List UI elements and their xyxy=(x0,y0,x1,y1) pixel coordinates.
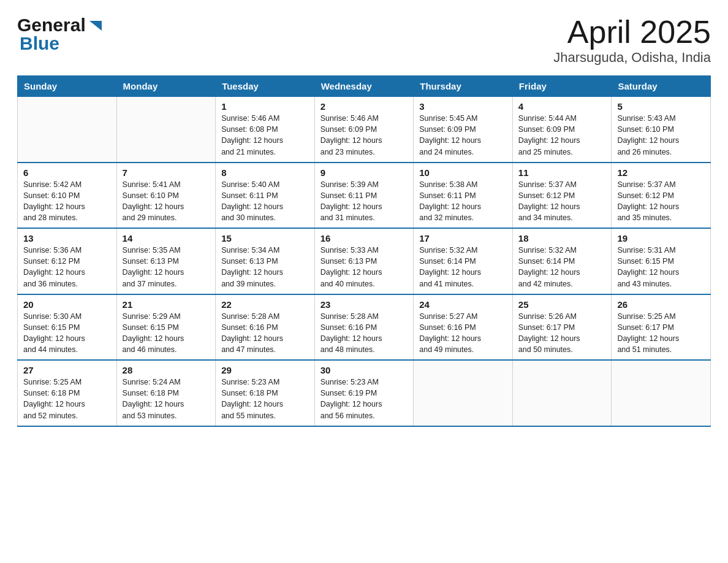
column-header-wednesday: Wednesday xyxy=(314,76,414,97)
calendar-cell: 17Sunrise: 5:32 AM Sunset: 6:14 PM Dayli… xyxy=(414,228,513,294)
column-header-tuesday: Tuesday xyxy=(216,76,315,97)
calendar-cell: 1Sunrise: 5:46 AM Sunset: 6:08 PM Daylig… xyxy=(216,97,315,163)
calendar-cell: 5Sunrise: 5:43 AM Sunset: 6:10 PM Daylig… xyxy=(612,97,711,163)
day-info: Sunrise: 5:44 AM Sunset: 6:09 PM Dayligh… xyxy=(518,113,606,158)
day-info: Sunrise: 5:32 AM Sunset: 6:14 PM Dayligh… xyxy=(419,245,507,289)
day-number: 5 xyxy=(617,101,705,112)
calendar-cell xyxy=(116,97,216,163)
day-number: 1 xyxy=(221,101,309,112)
calendar-cell: 25Sunrise: 5:26 AM Sunset: 6:17 PM Dayli… xyxy=(512,294,612,361)
day-info: Sunrise: 5:31 AM Sunset: 6:15 PM Dayligh… xyxy=(617,245,705,289)
column-header-monday: Monday xyxy=(116,76,216,97)
day-info: Sunrise: 5:45 AM Sunset: 6:09 PM Dayligh… xyxy=(419,113,507,158)
day-number: 22 xyxy=(221,299,309,310)
calendar-table: SundayMondayTuesdayWednesdayThursdayFrid… xyxy=(17,75,711,427)
day-number: 20 xyxy=(23,299,111,310)
day-info: Sunrise: 5:39 AM Sunset: 6:11 PM Dayligh… xyxy=(320,179,408,224)
calendar-cell: 24Sunrise: 5:27 AM Sunset: 6:16 PM Dayli… xyxy=(414,294,513,361)
day-info: Sunrise: 5:23 AM Sunset: 6:18 PM Dayligh… xyxy=(221,377,309,421)
calendar-cell: 3Sunrise: 5:45 AM Sunset: 6:09 PM Daylig… xyxy=(414,97,513,163)
day-info: Sunrise: 5:36 AM Sunset: 6:12 PM Dayligh… xyxy=(23,245,111,289)
day-number: 15 xyxy=(221,233,309,243)
day-info: Sunrise: 5:40 AM Sunset: 6:11 PM Dayligh… xyxy=(221,179,309,224)
calendar-week-row: 1Sunrise: 5:46 AM Sunset: 6:08 PM Daylig… xyxy=(18,97,711,163)
day-info: Sunrise: 5:43 AM Sunset: 6:10 PM Dayligh… xyxy=(617,113,705,158)
calendar-cell xyxy=(18,97,117,163)
day-info: Sunrise: 5:25 AM Sunset: 6:17 PM Dayligh… xyxy=(617,311,705,356)
logo: General Blue xyxy=(17,15,104,54)
day-number: 6 xyxy=(23,167,111,178)
calendar-subtitle: Jharsuguda, Odisha, India xyxy=(553,50,711,66)
calendar-header-row: SundayMondayTuesdayWednesdayThursdayFrid… xyxy=(18,76,711,97)
calendar-cell: 27Sunrise: 5:25 AM Sunset: 6:18 PM Dayli… xyxy=(18,360,117,426)
calendar-cell: 13Sunrise: 5:36 AM Sunset: 6:12 PM Dayli… xyxy=(18,228,117,294)
calendar-cell: 30Sunrise: 5:23 AM Sunset: 6:19 PM Dayli… xyxy=(314,360,414,426)
day-number: 3 xyxy=(419,101,507,112)
day-number: 27 xyxy=(23,365,111,375)
day-info: Sunrise: 5:27 AM Sunset: 6:16 PM Dayligh… xyxy=(419,311,507,356)
calendar-cell: 15Sunrise: 5:34 AM Sunset: 6:13 PM Dayli… xyxy=(216,228,315,294)
day-number: 26 xyxy=(617,299,705,310)
day-number: 13 xyxy=(23,233,111,243)
logo-blue-text: Blue xyxy=(20,33,59,54)
calendar-week-row: 20Sunrise: 5:30 AM Sunset: 6:15 PM Dayli… xyxy=(18,294,711,361)
day-number: 18 xyxy=(518,233,606,243)
day-number: 9 xyxy=(320,167,408,178)
day-number: 21 xyxy=(123,299,210,310)
calendar-cell: 14Sunrise: 5:35 AM Sunset: 6:13 PM Dayli… xyxy=(116,228,216,294)
calendar-title: April 2025 xyxy=(553,15,711,50)
calendar-cell: 28Sunrise: 5:24 AM Sunset: 6:18 PM Dayli… xyxy=(116,360,216,426)
calendar-cell: 8Sunrise: 5:40 AM Sunset: 6:11 PM Daylig… xyxy=(216,163,315,229)
day-info: Sunrise: 5:25 AM Sunset: 6:18 PM Dayligh… xyxy=(23,377,111,421)
day-info: Sunrise: 5:26 AM Sunset: 6:17 PM Dayligh… xyxy=(518,311,606,356)
day-info: Sunrise: 5:46 AM Sunset: 6:09 PM Dayligh… xyxy=(320,113,408,158)
calendar-week-row: 13Sunrise: 5:36 AM Sunset: 6:12 PM Dayli… xyxy=(18,228,711,294)
logo-triangle-icon xyxy=(87,17,104,34)
day-info: Sunrise: 5:30 AM Sunset: 6:15 PM Dayligh… xyxy=(23,311,111,356)
day-info: Sunrise: 5:29 AM Sunset: 6:15 PM Dayligh… xyxy=(123,311,210,356)
day-number: 23 xyxy=(320,299,408,310)
day-number: 7 xyxy=(123,167,210,178)
day-number: 11 xyxy=(518,167,606,178)
logo-general-text: General xyxy=(17,15,86,36)
day-info: Sunrise: 5:37 AM Sunset: 6:12 PM Dayligh… xyxy=(617,179,705,224)
day-info: Sunrise: 5:28 AM Sunset: 6:16 PM Dayligh… xyxy=(221,311,309,356)
day-info: Sunrise: 5:32 AM Sunset: 6:14 PM Dayligh… xyxy=(518,245,606,289)
day-info: Sunrise: 5:23 AM Sunset: 6:19 PM Dayligh… xyxy=(320,377,408,421)
calendar-cell xyxy=(512,360,612,426)
calendar-cell: 7Sunrise: 5:41 AM Sunset: 6:10 PM Daylig… xyxy=(116,163,216,229)
calendar-week-row: 6Sunrise: 5:42 AM Sunset: 6:10 PM Daylig… xyxy=(18,163,711,229)
day-info: Sunrise: 5:34 AM Sunset: 6:13 PM Dayligh… xyxy=(221,245,309,289)
day-info: Sunrise: 5:46 AM Sunset: 6:08 PM Dayligh… xyxy=(221,113,309,158)
day-info: Sunrise: 5:33 AM Sunset: 6:13 PM Dayligh… xyxy=(320,245,408,289)
calendar-cell: 2Sunrise: 5:46 AM Sunset: 6:09 PM Daylig… xyxy=(314,97,414,163)
calendar-cell: 4Sunrise: 5:44 AM Sunset: 6:09 PM Daylig… xyxy=(512,97,612,163)
day-number: 24 xyxy=(419,299,507,310)
calendar-cell: 9Sunrise: 5:39 AM Sunset: 6:11 PM Daylig… xyxy=(314,163,414,229)
calendar-cell: 18Sunrise: 5:32 AM Sunset: 6:14 PM Dayli… xyxy=(512,228,612,294)
day-number: 2 xyxy=(320,101,408,112)
day-number: 29 xyxy=(221,365,309,375)
column-header-thursday: Thursday xyxy=(414,76,513,97)
svg-marker-0 xyxy=(89,21,102,31)
day-number: 25 xyxy=(518,299,606,310)
day-number: 16 xyxy=(320,233,408,243)
day-number: 19 xyxy=(617,233,705,243)
calendar-cell: 21Sunrise: 5:29 AM Sunset: 6:15 PM Dayli… xyxy=(116,294,216,361)
column-header-sunday: Sunday xyxy=(18,76,117,97)
calendar-cell: 19Sunrise: 5:31 AM Sunset: 6:15 PM Dayli… xyxy=(612,228,711,294)
day-info: Sunrise: 5:41 AM Sunset: 6:10 PM Dayligh… xyxy=(123,179,210,224)
calendar-cell: 20Sunrise: 5:30 AM Sunset: 6:15 PM Dayli… xyxy=(18,294,117,361)
calendar-cell xyxy=(612,360,711,426)
day-info: Sunrise: 5:35 AM Sunset: 6:13 PM Dayligh… xyxy=(123,245,210,289)
day-number: 8 xyxy=(221,167,309,178)
day-number: 30 xyxy=(320,365,408,375)
day-info: Sunrise: 5:28 AM Sunset: 6:16 PM Dayligh… xyxy=(320,311,408,356)
calendar-cell: 6Sunrise: 5:42 AM Sunset: 6:10 PM Daylig… xyxy=(18,163,117,229)
calendar-cell: 12Sunrise: 5:37 AM Sunset: 6:12 PM Dayli… xyxy=(612,163,711,229)
day-number: 4 xyxy=(518,101,606,112)
day-number: 10 xyxy=(419,167,507,178)
calendar-cell xyxy=(414,360,513,426)
day-number: 14 xyxy=(123,233,210,243)
day-number: 12 xyxy=(617,167,705,178)
